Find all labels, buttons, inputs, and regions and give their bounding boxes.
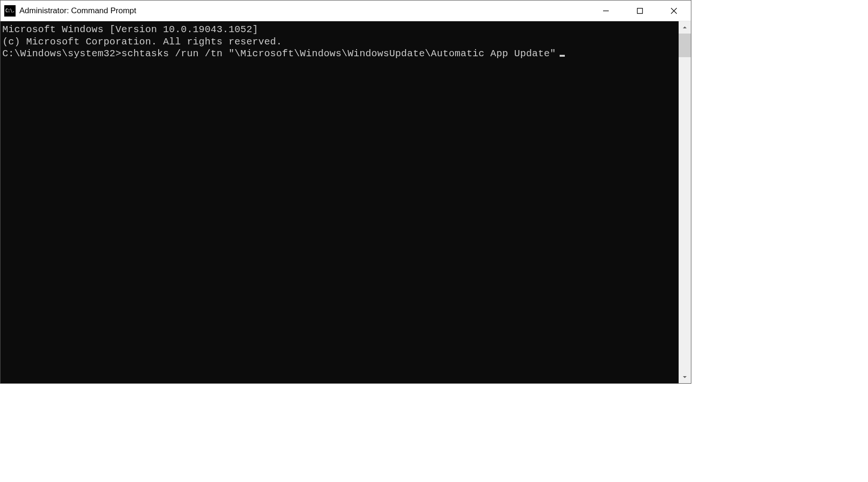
scroll-up-button[interactable] — [679, 21, 691, 34]
console-wrapper: Microsoft Windows [Version 10.0.19043.10… — [0, 21, 691, 383]
window-title: Administrator: Command Prompt — [19, 6, 136, 16]
vertical-scrollbar[interactable] — [679, 21, 691, 383]
app-icon-text: C:\. — [5, 8, 15, 13]
titlebar-left: C:\. Administrator: Command Prompt — [4, 5, 136, 17]
scroll-track[interactable] — [679, 34, 691, 371]
close-icon — [671, 8, 677, 14]
maximize-icon — [637, 8, 643, 14]
command-prompt-icon: C:\. — [4, 5, 16, 17]
terminal-cursor — [560, 55, 565, 57]
chevron-up-icon — [682, 25, 687, 30]
titlebar[interactable]: C:\. Administrator: Command Prompt — [0, 0, 691, 21]
close-button[interactable] — [657, 0, 691, 21]
terminal-header-line1: Microsoft Windows [Version 10.0.19043.10… — [2, 24, 679, 36]
terminal-header-line2: (c) Microsoft Corporation. All rights re… — [2, 36, 679, 48]
window-controls — [589, 0, 691, 21]
terminal-command-line: C:\Windows\system32>schtasks /run /tn "\… — [2, 48, 679, 60]
terminal-area[interactable]: Microsoft Windows [Version 10.0.19043.10… — [0, 21, 679, 383]
scroll-down-button[interactable] — [679, 371, 691, 383]
terminal-prompt: C:\Windows\system32> — [2, 48, 121, 59]
terminal-command: schtasks /run /tn "\Microsoft\Windows\Wi… — [121, 48, 556, 59]
minimize-button[interactable] — [589, 0, 623, 21]
svg-rect-1 — [638, 8, 643, 13]
scroll-thumb[interactable] — [679, 34, 691, 57]
maximize-button[interactable] — [623, 0, 657, 21]
chevron-down-icon — [682, 375, 687, 379]
minimize-icon — [603, 8, 609, 14]
